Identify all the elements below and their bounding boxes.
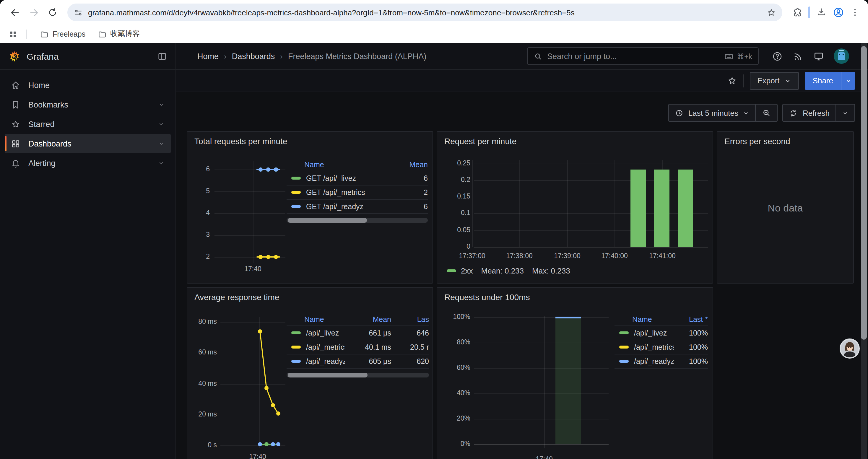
legend-col-header[interactable]: Las <box>391 316 429 324</box>
legend-col-header[interactable]: Name <box>286 316 345 324</box>
panel-title[interactable]: Errors per second <box>724 136 790 146</box>
series-color-swatch <box>291 205 301 208</box>
chevron-down-icon[interactable] <box>158 160 165 167</box>
axis-tick-label: 0.2 <box>437 176 470 184</box>
data-point <box>265 386 269 391</box>
monitor-icon[interactable] <box>813 51 824 62</box>
legend-scrollbar[interactable] <box>286 218 428 223</box>
user-avatar[interactable] <box>834 48 849 64</box>
page-scrollbar-thumb[interactable] <box>861 46 867 340</box>
legend-table: NameLast */api/_livez100%/api/_metrics10… <box>615 314 708 369</box>
chevron-down-icon <box>784 77 792 84</box>
sidebar-item-home[interactable]: Home <box>5 76 171 95</box>
legend-series[interactable]: /api/_livez <box>615 329 674 337</box>
help-icon[interactable] <box>772 51 783 62</box>
url-input[interactable] <box>88 8 762 17</box>
data-point <box>258 329 262 333</box>
bar-2xx <box>630 169 646 247</box>
sidebar-item-bookmarks[interactable]: Bookmarks <box>5 95 171 114</box>
data-point <box>274 167 278 172</box>
legend-col-header[interactable]: Name <box>615 316 674 324</box>
panel-total-requests: Total requests per minute 6543217:40Name… <box>187 131 433 284</box>
profile-icon[interactable] <box>833 6 844 18</box>
axis-tick-label: 80% <box>437 338 470 346</box>
legend-scrollbar-thumb[interactable] <box>288 218 367 223</box>
breadcrumb-separator: › <box>280 52 283 61</box>
gridline <box>474 368 609 369</box>
axis-tick-label: 6 <box>187 165 210 173</box>
series-color-swatch <box>447 269 456 272</box>
legend-value: 40.1 ms <box>345 343 391 351</box>
grafana-logo-icon[interactable] <box>8 50 21 62</box>
axis-tick-label: 0 s <box>187 441 217 449</box>
legend-scrollbar-thumb[interactable] <box>288 373 368 378</box>
legend-series[interactable]: GET /api/_metrics <box>286 188 386 196</box>
refresh-interval-button[interactable] <box>836 104 855 121</box>
legend-series[interactable]: 2xx <box>447 266 473 275</box>
bookmark-star-icon[interactable] <box>766 7 776 18</box>
chevron-down-icon[interactable] <box>158 101 165 108</box>
zoom-out-button[interactable] <box>756 104 777 121</box>
floating-assistant-avatar[interactable] <box>840 338 860 359</box>
sidebar-item-alerting[interactable]: Alerting <box>5 154 171 172</box>
sidebar-item-starred[interactable]: Starred <box>5 114 171 133</box>
bookmark-folder-blogs[interactable]: 收藏博客 <box>92 27 145 41</box>
axis-tick-label: 80 ms <box>187 318 217 326</box>
chevron-down-icon[interactable] <box>158 140 165 147</box>
refresh-button[interactable]: Refresh <box>783 104 836 121</box>
legend-series[interactable]: GET /api/_livez <box>286 174 386 182</box>
bookmark-label: 收藏博客 <box>110 29 140 39</box>
kebab-menu-icon[interactable] <box>850 8 860 17</box>
toolbar-divider <box>743 74 744 87</box>
legend-col-header[interactable]: Mean <box>345 316 391 324</box>
gridline <box>215 235 285 236</box>
bar-top-line <box>555 317 581 318</box>
sidebar-item-label: Alerting <box>28 159 56 167</box>
time-range-group: Last 5 minutes <box>668 104 778 122</box>
legend-col-header[interactable]: Last * <box>674 316 708 324</box>
apps-grid-icon[interactable] <box>8 29 18 39</box>
breadcrumb-item[interactable]: Home <box>197 52 219 61</box>
time-range-picker[interactable]: Last 5 minutes <box>669 104 755 121</box>
collapse-sidebar-icon[interactable] <box>157 51 167 61</box>
back-icon[interactable] <box>6 4 24 21</box>
star-dashboard-icon[interactable] <box>726 75 737 86</box>
chevron-down-icon[interactable] <box>158 121 165 128</box>
data-point <box>271 442 275 447</box>
forward-icon[interactable] <box>25 4 42 21</box>
bookmark-folder-freeleaps[interactable]: Freeleaps <box>35 28 90 40</box>
news-icon[interactable] <box>793 51 804 62</box>
legend-stat: Mean: 0.233 <box>481 266 524 275</box>
export-button[interactable]: Export <box>749 72 799 90</box>
legend-series[interactable]: /api/_livez <box>286 329 345 337</box>
reload-icon[interactable] <box>44 4 61 21</box>
tune-icon[interactable] <box>73 7 83 18</box>
series-name: /api/_livez <box>306 329 339 337</box>
average-response-time-chart: 80 ms60 ms40 ms20 ms0 s17:40NameMeanLas/… <box>187 288 433 459</box>
gridline <box>544 316 545 448</box>
extensions-icon[interactable] <box>792 7 802 18</box>
url-bar[interactable] <box>67 4 782 21</box>
legend-col-header[interactable]: Name <box>286 161 386 169</box>
axis-tick-label: 17:40 <box>234 453 281 459</box>
breadcrumb-item[interactable]: Dashboards <box>232 52 275 61</box>
legend-series[interactable]: /api/_metrics <box>286 343 345 351</box>
series-name: GET /api/_readyz <box>306 202 363 210</box>
legend-col-header[interactable]: Mean <box>386 161 428 169</box>
download-icon[interactable] <box>816 7 827 18</box>
search-input[interactable] <box>547 52 719 61</box>
axis-tick-label: 4 <box>187 209 210 217</box>
share-button[interactable]: Share <box>805 72 841 90</box>
axis-tick-label: 0% <box>437 440 470 448</box>
legend-scrollbar[interactable] <box>286 373 429 378</box>
share-menu-button[interactable] <box>841 72 855 90</box>
zoom-out-icon <box>762 108 771 118</box>
legend-series[interactable]: /api/_readyz <box>286 357 345 365</box>
search-input-box[interactable]: ⌘+k <box>527 47 759 65</box>
legend-series[interactable]: /api/_readyz <box>615 357 674 365</box>
axis-tick-label: 17:41:00 <box>639 252 686 260</box>
legend-series[interactable]: GET /api/_readyz <box>286 202 386 210</box>
sidebar-item-dashboards[interactable]: Dashboards <box>5 134 171 153</box>
legend-series[interactable]: /api/_metrics <box>615 343 674 351</box>
series-name: /api/_readyz <box>634 357 674 365</box>
